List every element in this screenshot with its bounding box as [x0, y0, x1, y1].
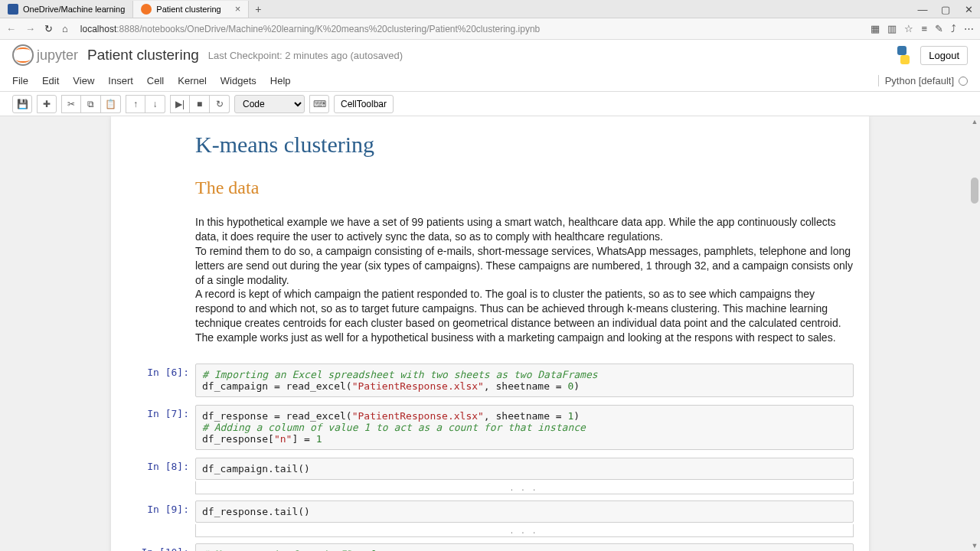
tab-title: Patient clustering — [156, 5, 220, 14]
prompt: In [9]: — [126, 500, 195, 523]
paste-button[interactable]: 📋 — [101, 95, 121, 113]
paragraph: In this hypothetical example we have a s… — [195, 215, 854, 244]
heading-1: K-means clustering — [195, 132, 854, 158]
move-down-button[interactable]: ↓ — [145, 95, 165, 113]
new-tab-button[interactable]: + — [249, 3, 267, 15]
markdown-cell[interactable]: K-means clustering The data In this hypo… — [111, 124, 869, 348]
notebook-name[interactable]: Patient clustering — [87, 47, 199, 64]
move-up-button[interactable]: ↑ — [126, 95, 145, 113]
more-icon[interactable]: ⋯ — [964, 23, 974, 34]
jupyter-logo[interactable]: jupyter — [12, 44, 78, 66]
kernel-indicator: Python [default] — [878, 75, 968, 86]
jupyter-header: jupyter Patient clustering Last Checkpoi… — [0, 40, 980, 70]
browser-tab-strip: OneDrive/Machine learning Patient cluste… — [0, 0, 980, 18]
code-cell[interactable]: In [10]:# Merge on the CampaignID column… — [111, 542, 869, 551]
scrollbar-thumb[interactable] — [971, 178, 978, 204]
cut-button[interactable]: ✂ — [61, 95, 81, 113]
close-window-icon[interactable]: ✕ — [957, 0, 980, 18]
code-input[interactable]: # Merge on the CampaignID columns df = m… — [195, 543, 854, 551]
collapsed-output[interactable]: . . . — [195, 481, 854, 494]
logout-button[interactable]: Logout — [920, 46, 968, 65]
tab-title: OneDrive/Machine learning — [23, 5, 125, 14]
reading-icon[interactable]: ▥ — [887, 23, 897, 34]
home-icon[interactable]: ⌂ — [62, 23, 68, 34]
vertical-scrollbar[interactable]: ▲ ▼ — [969, 116, 980, 551]
address-bar[interactable]: localhost:8888/notebooks/OneDrive/Machin… — [77, 22, 862, 36]
refresh-icon[interactable]: ↻ — [44, 23, 53, 34]
extension-icon[interactable]: ▦ — [871, 23, 880, 34]
tab-favicon — [141, 4, 152, 15]
paragraph: The example works just as well for a hyp… — [195, 331, 854, 345]
browser-tab-active[interactable]: Patient clustering × — [133, 1, 249, 18]
url-path: /notebooks/OneDrive/Machine%20learning/K… — [139, 24, 540, 34]
code-cell[interactable]: In [7]:df_response = read_excel("Patient… — [111, 403, 869, 452]
heading-2: The data — [195, 178, 854, 198]
maximize-icon[interactable]: ▢ — [934, 0, 957, 18]
run-button[interactable]: ▶| — [170, 95, 190, 113]
cell-type-select[interactable]: Code — [234, 95, 305, 113]
menu-view[interactable]: View — [73, 72, 94, 90]
prompt: In [6]: — [126, 364, 195, 397]
code-input[interactable]: # Importing an Excel spreadsheet with tw… — [195, 364, 854, 397]
minimize-icon[interactable]: — — [911, 0, 934, 18]
python-logo-icon — [894, 46, 913, 64]
save-button[interactable]: 💾 — [12, 95, 32, 113]
code-input[interactable]: df_campaign.tail() — [195, 458, 854, 480]
notebook-scroll-area[interactable]: K-means clustering The data In this hypo… — [0, 116, 980, 551]
share-icon[interactable]: ⤴ — [951, 23, 956, 34]
stop-button[interactable]: ■ — [190, 95, 210, 113]
kernel-status-icon — [959, 77, 968, 86]
url-host: localhost — [80, 24, 116, 34]
back-icon[interactable]: ← — [6, 23, 16, 34]
collapsed-output[interactable]: . . . — [195, 524, 854, 537]
browser-tab[interactable]: OneDrive/Machine learning — [0, 1, 133, 18]
forward-icon[interactable]: → — [25, 23, 35, 34]
paragraph: A record is kept of which campaign the p… — [195, 287, 854, 331]
menu-help[interactable]: Help — [270, 72, 291, 90]
tab-favicon — [8, 4, 18, 15]
code-cell[interactable]: In [6]:# Importing an Excel spreadsheet … — [111, 362, 869, 399]
menubar: File Edit View Insert Cell Kernel Widget… — [0, 70, 980, 92]
jupyter-logo-text: jupyter — [37, 47, 78, 64]
favorite-icon[interactable]: ☆ — [904, 23, 913, 34]
paragraph: To remind them to do so, a campaign cons… — [195, 244, 854, 288]
scroll-up-icon[interactable]: ▲ — [969, 116, 980, 127]
code-input[interactable]: df_response.tail() — [195, 500, 854, 523]
prompt — [126, 126, 195, 347]
checkpoint-text: Last Checkpoint: 2 minutes ago (autosave… — [208, 50, 403, 61]
notes-icon[interactable]: ✎ — [935, 23, 943, 34]
menu-insert[interactable]: Insert — [108, 72, 133, 90]
prompt: In [10]: — [126, 543, 195, 551]
kernel-name: Python [default] — [885, 75, 954, 86]
menu-kernel[interactable]: Kernel — [178, 72, 207, 90]
command-palette-button[interactable]: ⌨ — [309, 95, 329, 113]
notebook: K-means clustering The data In this hypo… — [111, 116, 869, 551]
menu-edit[interactable]: Edit — [42, 72, 59, 90]
copy-button[interactable]: ⧉ — [81, 95, 101, 113]
code-cell[interactable]: In [9]:df_response.tail() — [111, 499, 869, 524]
hub-icon[interactable]: ≡ — [921, 23, 927, 34]
url-port: :8888 — [116, 24, 139, 34]
menu-file[interactable]: File — [12, 72, 28, 90]
menu-widgets[interactable]: Widgets — [220, 72, 256, 90]
prompt: In [8]: — [126, 458, 195, 480]
add-cell-button[interactable]: ✚ — [37, 95, 57, 113]
code-input[interactable]: df_response = read_excel("PatientRespons… — [195, 405, 854, 450]
menu-cell[interactable]: Cell — [147, 72, 164, 90]
code-cell[interactable]: In [8]:df_campaign.tail() — [111, 456, 869, 481]
cell-toolbar-button[interactable]: CellToolbar — [334, 95, 394, 113]
browser-nav-toolbar: ← → ↻ ⌂ localhost:8888/notebooks/OneDriv… — [0, 18, 980, 40]
restart-button[interactable]: ↻ — [210, 95, 230, 113]
prompt: In [7]: — [126, 405, 195, 450]
jupyter-logo-icon — [12, 44, 34, 66]
notebook-toolbar: 💾 ✚ ✂ ⧉ 📋 ↑ ↓ ▶| ■ ↻ Code ⌨ CellToolbar — [0, 92, 980, 116]
close-icon[interactable]: × — [235, 3, 241, 15]
scroll-down-icon[interactable]: ▼ — [969, 540, 980, 551]
